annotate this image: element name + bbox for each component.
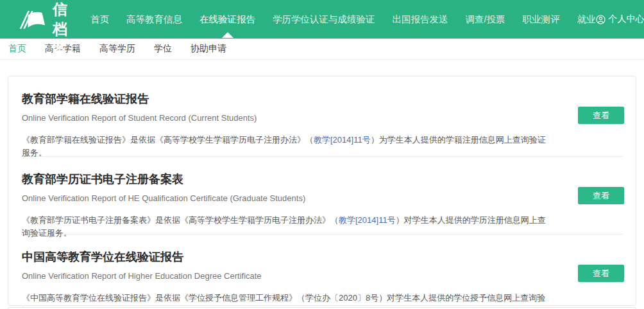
view-button[interactable]: 查看 [578, 107, 624, 124]
subnav-item-qualification[interactable]: 高等学历 [99, 43, 135, 55]
person-circle-icon [596, 15, 606, 24]
view-button[interactable]: 查看 [578, 187, 624, 204]
nav-item-credential-and-grade-verification[interactable]: 学历学位认证与成绩验证 [273, 13, 375, 26]
report-panel: 教育部学籍在线验证报告 Online Verification Report o… [8, 76, 636, 306]
report-card-qualification-certificate: 教育部学历证书电子注册备案表 Online Verification Repor… [8, 157, 636, 234]
card-subtitle: Online Verification Report of Student Re… [22, 113, 552, 123]
active-tab-indicator [222, 32, 233, 38]
user-menu[interactable]: 个人中心 ▾ [596, 13, 644, 25]
description-text: 《教育部学籍在线验证报告》是依据《高等学校学生学籍学历电子注册办法》（ [22, 135, 314, 145]
nav-item-higher-education-info[interactable]: 高等教育信息 [126, 13, 182, 26]
card-subtitle: Online Verification Report of HE Qualifi… [22, 193, 552, 203]
logo[interactable]: 学信档案 [17, 0, 70, 59]
card-title: 教育部学籍在线验证报告 [22, 91, 552, 107]
main-nav: 首页 高等教育信息 在线验证报告 学历学位认证与成绩验证 出国报告发送 调查/投… [90, 13, 596, 26]
card-title: 中国高等教育学位在线验证报告 [22, 249, 552, 265]
view-button[interactable]: 查看 [578, 265, 624, 282]
user-menu-label: 个人中心 [609, 13, 644, 25]
subnav-item-assist-application[interactable]: 协助申请 [191, 43, 226, 55]
nav-item-online-verification-report[interactable]: 在线验证报告 [199, 13, 255, 26]
card-description: 《教育部学籍在线验证报告》是依据《高等学校学生学籍学历电子注册办法》（教学[20… [22, 134, 552, 159]
sub-nav: 首页 高等学籍 高等学历 学位 协助申请 [0, 39, 644, 60]
card-description: 《中国高等教育学位在线验证报告》是依据《学位授予信息管理工作规程》（学位办〔20… [22, 292, 552, 309]
nav-item-career-assessment[interactable]: 职业测评 [523, 13, 560, 26]
regulation-doc-link[interactable]: 教学[2014]11号 [339, 215, 396, 225]
nav-item-survey-vote[interactable]: 调查/投票 [466, 13, 505, 26]
card-subtitle: Online Verification Report of Higher Edu… [22, 271, 552, 281]
regulation-doc-link[interactable]: 教学[2014]11号 [314, 135, 371, 145]
subnav-item-degree[interactable]: 学位 [154, 43, 172, 55]
book-pages-icon [17, 7, 46, 31]
nav-item-home[interactable]: 首页 [90, 13, 109, 26]
top-header: 学信档案 首页 高等教育信息 在线验证报告 学历学位认证与成绩验证 出国报告发送… [0, 0, 644, 39]
report-card-student-record: 教育部学籍在线验证报告 Online Verification Report o… [8, 76, 636, 156]
description-text: 《教育部学历证书电子注册备案表》是依据《高等学校学生学籍学历电子注册办法》（ [22, 215, 339, 225]
report-card-degree-certificate: 中国高等教育学位在线验证报告 Online Verification Repor… [8, 234, 636, 305]
nav-item-employment[interactable]: 就业 [577, 13, 596, 26]
logo-text: 学信档案 [53, 0, 70, 59]
nav-item-overseas-report-sending[interactable]: 出国报告发送 [393, 13, 448, 26]
card-title: 教育部学历证书电子注册备案表 [22, 172, 552, 187]
